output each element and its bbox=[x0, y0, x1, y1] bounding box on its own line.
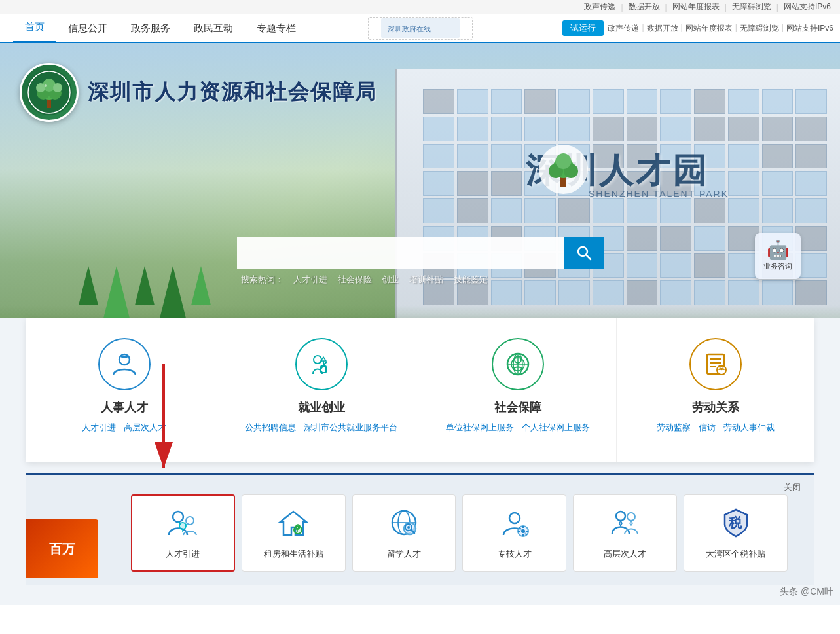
quick-item-senior[interactable]: 高层次人才 bbox=[573, 494, 677, 572]
window-cell bbox=[694, 89, 725, 114]
window-cell bbox=[423, 117, 454, 141]
nav-item-topics[interactable]: 专题专栏 bbox=[245, 14, 308, 43]
topbar-r1[interactable]: 政声传递 bbox=[608, 23, 639, 34]
window-cell bbox=[728, 198, 759, 223]
window-cell bbox=[457, 198, 488, 223]
window-cell bbox=[491, 171, 522, 196]
svg-point-10 bbox=[53, 83, 62, 92]
topbar-link-3[interactable]: 网站年度报表 bbox=[672, 1, 720, 12]
nav-item-home[interactable]: 首页 bbox=[13, 14, 56, 43]
svg-text:深圳政府在线: 深圳政府在线 bbox=[388, 25, 431, 33]
window-cell bbox=[593, 117, 624, 141]
hero-banner: 深圳市人力资源和社会保障局 深圳人才园 SHENZHEN TALENT PARK… bbox=[0, 43, 840, 358]
service-card-social-security[interactable]: 社会保障 单位社保网上服务 个人社保网上服务 bbox=[420, 318, 617, 462]
hot-term-1[interactable]: 社会保险 bbox=[338, 274, 372, 284]
svg-point-17 bbox=[556, 153, 572, 169]
topbar-link-4[interactable]: 无障碍浏览 bbox=[732, 1, 771, 12]
window-cell bbox=[762, 280, 794, 305]
search-button[interactable] bbox=[564, 237, 604, 269]
quick-label-housing: 租房和生活补贴 bbox=[264, 548, 323, 560]
quick-item-overseas[interactable]: 留学人才 bbox=[352, 494, 456, 572]
hot-term-0[interactable]: 人才引进 bbox=[293, 274, 327, 284]
link-talent-intro[interactable]: 人才引进 bbox=[82, 422, 116, 434]
svg-text:税: 税 bbox=[728, 515, 742, 530]
org-header: 深圳市人力资源和社会保障局 bbox=[20, 63, 377, 122]
hot-term-2[interactable]: 创业 bbox=[382, 274, 399, 284]
labor-icon bbox=[689, 338, 742, 390]
link-petition[interactable]: 信访 bbox=[699, 422, 716, 434]
window-cell bbox=[524, 89, 556, 114]
service-card-personnel[interactable]: 人事人才 人才引进 高层次人才 bbox=[26, 318, 223, 462]
window-cell bbox=[627, 253, 658, 278]
window-cell bbox=[795, 171, 827, 196]
window-cell bbox=[457, 171, 488, 196]
window-cell bbox=[694, 226, 725, 251]
window-cell bbox=[728, 89, 759, 114]
topbar-r4[interactable]: 无障碍浏览 bbox=[740, 23, 779, 34]
window-cell bbox=[694, 117, 725, 141]
nav-item-service[interactable]: 政务服务 bbox=[119, 14, 182, 43]
service-title-labor: 劳动关系 bbox=[630, 400, 801, 415]
talent-park-sub: SHENZHEN TALENT PARK bbox=[589, 189, 729, 199]
window-cell bbox=[762, 171, 794, 196]
svg-marker-46 bbox=[280, 512, 306, 535]
topbar-link-2[interactable]: 数据开放 bbox=[629, 1, 660, 12]
nav-bar: 首页 信息公开 政务服务 政民互动 专题专栏 深圳政府在线 试运行 政声传递 |… bbox=[0, 14, 840, 43]
window-cell bbox=[660, 253, 691, 278]
left-news-banner[interactable]: 百万 bbox=[26, 519, 98, 578]
topbar-link-5[interactable]: 网站支持IPv6 bbox=[784, 1, 831, 12]
service-title-employment: 就业创业 bbox=[236, 400, 407, 415]
robot-label: 业务咨询 bbox=[763, 261, 792, 271]
svg-point-9 bbox=[36, 83, 45, 92]
window-cell bbox=[457, 89, 488, 114]
window-cell bbox=[593, 89, 624, 114]
search-input[interactable] bbox=[237, 237, 564, 269]
window-cell bbox=[694, 198, 725, 223]
window-cell bbox=[423, 171, 454, 196]
window-cell bbox=[491, 117, 522, 141]
nav-item-info[interactable]: 信息公开 bbox=[56, 14, 119, 43]
svg-point-11 bbox=[45, 84, 47, 87]
link-senior-talent[interactable]: 高层次人才 bbox=[124, 422, 166, 434]
topbar-link-1[interactable]: 政声传递 bbox=[584, 1, 615, 12]
window-cell bbox=[795, 117, 827, 141]
hot-term-4[interactable]: 技能鉴定 bbox=[454, 274, 488, 284]
top-bar: 政声传递 | 数据开放 | 网站年度报表 | 无障碍浏览 | 网站支持IPv6 bbox=[0, 0, 840, 14]
topbar-r5[interactable]: 网站支持IPv6 bbox=[786, 23, 833, 34]
link-employment-platform[interactable]: 深圳市公共就业服务平台 bbox=[304, 422, 397, 434]
quick-item-skilled[interactable]: 专技人才 bbox=[462, 494, 566, 572]
service-links-employment: 公共招聘信息 深圳市公共就业服务平台 bbox=[236, 422, 407, 434]
topbar-r2[interactable]: 数据开放 bbox=[647, 23, 678, 34]
trial-button[interactable]: 试运行 bbox=[562, 20, 604, 36]
quick-item-housing[interactable]: ¥ 租房和生活补贴 bbox=[242, 494, 346, 572]
topbar-r3[interactable]: 网站年度报表 bbox=[685, 23, 733, 34]
window-cell bbox=[660, 89, 691, 114]
nav-right-links: 政声传递 | 数据开放 | 网站年度报表 | 无障碍浏览 | 网站支持IPv6 bbox=[608, 23, 833, 34]
quick-item-tax[interactable]: 税 大湾区个税补贴 bbox=[684, 494, 788, 572]
link-arbitration[interactable]: 劳动人事仲裁 bbox=[723, 422, 775, 434]
window-cell bbox=[457, 144, 488, 169]
hero-trees bbox=[79, 266, 211, 318]
link-unit-social[interactable]: 单位社保网上服务 bbox=[446, 422, 514, 434]
nav-item-interaction[interactable]: 政民互动 bbox=[182, 14, 245, 43]
window-cell bbox=[694, 253, 725, 278]
hot-term-3[interactable]: 培训补贴 bbox=[409, 274, 443, 284]
close-button[interactable]: 关闭 bbox=[784, 481, 801, 493]
robot-consultation[interactable]: 🤖 业务咨询 bbox=[755, 233, 801, 279]
talent-intro-icon bbox=[166, 506, 199, 543]
gov-logo-img: 深圳政府在线 bbox=[368, 17, 473, 40]
service-card-labor[interactable]: 劳动关系 劳动监察 信访 劳动人事仲裁 bbox=[617, 318, 814, 462]
service-card-employment[interactable]: 就业创业 公共招聘信息 深圳市公共就业服务平台 bbox=[223, 318, 420, 462]
building-facade bbox=[395, 69, 840, 331]
link-supervision[interactable]: 劳动监察 bbox=[657, 422, 691, 434]
svg-point-40 bbox=[173, 512, 183, 522]
link-recruitment[interactable]: 公共招聘信息 bbox=[245, 422, 296, 434]
window-cell bbox=[423, 144, 454, 169]
window-cell bbox=[795, 144, 827, 169]
link-personal-social[interactable]: 个人社保网上服务 bbox=[522, 422, 590, 434]
window-cell bbox=[558, 117, 590, 141]
quick-item-talent-intro[interactable]: 人才引进 bbox=[131, 494, 235, 572]
logo-tree-svg bbox=[26, 69, 72, 115]
service-links-personnel: 人才引进 高层次人才 bbox=[39, 422, 210, 434]
svg-point-56 bbox=[407, 526, 410, 529]
